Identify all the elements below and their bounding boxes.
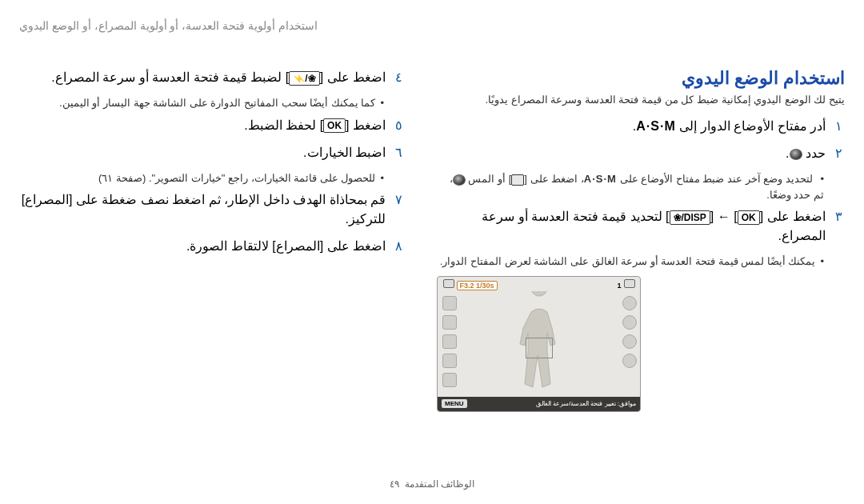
- step-text: اضغط على: [763, 210, 826, 223]
- step-number: ٨: [392, 237, 405, 256]
- camera-left-icons: [441, 296, 457, 392]
- camera-side-icon: [622, 315, 637, 330]
- camera-topbar: F3.2 1/30s 1: [438, 277, 640, 293]
- step-text: اضغط: [350, 118, 386, 132]
- step-text: حدد: [802, 146, 826, 160]
- step-text: أدر مفتاح الأوضاع الدوار إلى: [676, 119, 826, 133]
- step-number: ٢: [832, 144, 845, 163]
- step-3: ٣ اضغط على [OK] ← [DISP/❀] لتحديد قيمة ف…: [437, 207, 845, 246]
- step-text: اضغط على [المصراع] لالتقاط الصورة.: [21, 237, 386, 256]
- step-8: ٨ اضغط على [المصراع] لالتقاط الصورة.: [21, 237, 405, 256]
- camera-side-icon: [622, 334, 637, 349]
- step-number: ٤: [392, 68, 405, 87]
- bullet-text: أو المس: [466, 173, 509, 185]
- step-number: ٥: [392, 116, 405, 135]
- step-5: ٥ اضغط [OK] لحفظ الضبط.: [21, 116, 405, 135]
- step-number: ٣: [832, 207, 845, 226]
- step-4-bullet: كما يمكنك أيضًا سحب المفاتيح الدوارة على…: [21, 95, 384, 111]
- bullet-text: ، اضغط على: [527, 173, 584, 185]
- camera-mode-icon: [443, 279, 454, 288]
- step-text-suffix: .: [786, 146, 789, 160]
- section-title: استخدام الوضع اليدوي: [437, 68, 845, 89]
- step-7: ٧ قم بمحاذاة الهدف داخل الإطار، ثم اضغط …: [21, 190, 405, 229]
- menu-button-label: MENU: [442, 399, 467, 408]
- dial-icon: [790, 149, 802, 160]
- mode-label-asm: A·S·M: [584, 173, 617, 185]
- battery-icon: [624, 279, 635, 288]
- bullet-text: لتحديد وضع آخر عند ضبط مفتاح الأوضاع على: [617, 173, 813, 185]
- mode-label-asm: A·S·M: [636, 119, 675, 133]
- step-number: ٧: [392, 190, 405, 210]
- step-3-bullet: يمكنك أيضًا لمس قيمة فتحة العدسة أو سرعة…: [437, 254, 824, 270]
- camera-preview: F3.2 1/30s 1: [437, 276, 641, 412]
- step-4: ٤ اضغط على [❀/⚡] لضبط قيمة فتحة العدسة أ…: [21, 68, 405, 87]
- camera-side-icon: [622, 296, 637, 310]
- step-6-bullet: للحصول على قائمة الخيارات، راجع "خيارات …: [21, 170, 384, 186]
- step-6: ٦ اضبط الخيارات.: [21, 143, 405, 162]
- ok-key: OK: [323, 118, 346, 133]
- step-text: قم بمحاذاة الهدف داخل الإطار، ثم اضغط نص…: [21, 190, 386, 229]
- dial-icon: [453, 174, 466, 186]
- step-text-suffix: لحفظ الضبط.: [244, 118, 319, 132]
- step-number: ٦: [392, 143, 405, 162]
- camera-right-icons: [621, 296, 637, 392]
- disp-key: DISP/❀: [670, 210, 710, 225]
- camera-side-icon: [622, 354, 637, 368]
- step-2: ٢ حدد .: [437, 144, 845, 163]
- camera-side-icon: [442, 334, 457, 349]
- step-text: اضبط الخيارات.: [21, 143, 386, 162]
- arrow: ←: [714, 210, 734, 223]
- camera-bottombar: موافق: تغيير فتحة العدسة/سرعة الغالق MEN…: [438, 397, 640, 411]
- focus-frame: [526, 338, 553, 358]
- page-footer: الوظائف المتقدمة ٤٩: [0, 478, 864, 490]
- camera-side-icon: [442, 296, 457, 310]
- step-text-suffix: لضبط قيمة فتحة العدسة أو سرعة المصراع.: [51, 70, 286, 84]
- ok-key: OK: [738, 210, 760, 225]
- camera-side-icon: [442, 373, 457, 387]
- step-2-bullet: لتحديد وضع آخر عند ضبط مفتاح الأوضاع على…: [437, 171, 824, 202]
- page-number: ٤٩: [390, 478, 399, 490]
- nav-key: ❀/⚡: [289, 71, 319, 86]
- footer-label: الوظائف المتقدمة: [405, 478, 474, 490]
- shot-count: 1: [617, 282, 621, 290]
- section-subtitle: يتيح لك الوضع اليدوي إمكانية ضبط كل من ق…: [437, 94, 845, 106]
- step-text: اضغط على: [323, 70, 386, 84]
- page-header: استخدام أولوية فتحة العدسة، أو أولوية ال…: [19, 19, 318, 32]
- menu-icon: [511, 174, 524, 186]
- step-number: ١: [832, 117, 845, 136]
- camera-side-icon: [442, 354, 457, 368]
- camera-hint: موافق: تغيير فتحة العدسة/سرعة الغالق: [536, 400, 636, 407]
- step-1: ١ أدر مفتاح الأوضاع الدوار إلى A·S·M.: [437, 117, 845, 136]
- exposure-readout: F3.2 1/30s: [457, 281, 498, 290]
- camera-side-icon: [442, 315, 457, 330]
